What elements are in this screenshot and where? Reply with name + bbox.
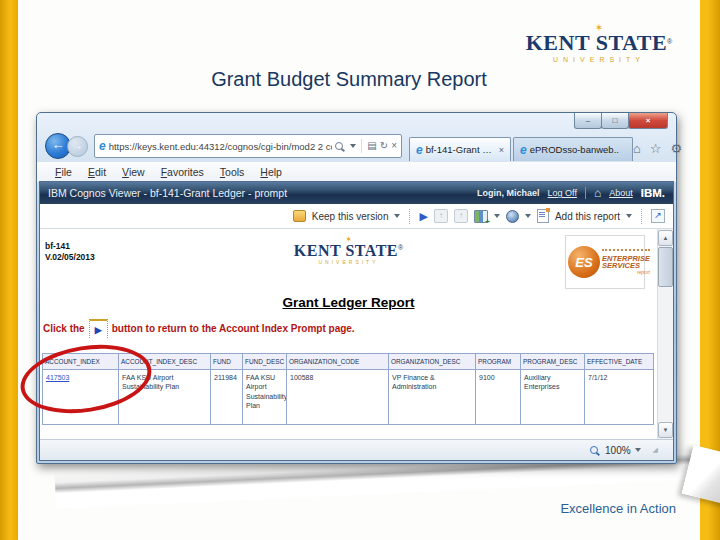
compatibility-view-icon[interactable]: ▤ [367, 141, 376, 151]
instruction-line: Click the ▶ button to return to the Acco… [43, 319, 355, 338]
search-dropdown-icon[interactable] [350, 144, 356, 148]
slide: Grant Budget Summary Report ✶ KENT STATE… [0, 0, 720, 540]
zoom-dropdown-icon[interactable] [635, 448, 641, 452]
report-code: bf-141 [45, 241, 95, 252]
cell-effective-date: 7/1/12 [585, 370, 654, 425]
log-off-link[interactable]: Log Off [548, 188, 577, 198]
report-content: bf-141 V.02/05/2013 ✶ KENT STATE® UNIVER… [40, 229, 657, 439]
window-titlebar[interactable]: – □ × [37, 113, 676, 131]
add-report-dropdown-icon[interactable] [626, 214, 632, 218]
cell-organization-code: 100588 [287, 370, 389, 425]
col-organization-code: ORGANIZATION_CODE [287, 354, 389, 370]
tab-grant-ledger[interactable]: e bf-141-Grant Le... × [409, 137, 511, 161]
about-link[interactable]: About [609, 188, 633, 198]
cell-fund-desc: FAA KSU Airport Sustainability Plan [243, 370, 287, 425]
minimize-button[interactable]: – [574, 113, 602, 129]
menu-favorites[interactable]: Favorites [153, 164, 212, 180]
es-ball-icon: ES [568, 246, 600, 278]
browser-window: – □ × ← → e https://keys.kent.edu:44312/… [36, 112, 677, 464]
divider [641, 209, 642, 224]
scroll-down-icon[interactable]: ▼ [658, 422, 673, 438]
return-button[interactable]: ▶ [89, 319, 108, 338]
es-dashes-decoration [602, 249, 650, 254]
grant-ledger-table: ACCOUNT_INDEX ACCOUNT_INDEX_DESC FUND FU… [42, 353, 654, 425]
vertical-scrollbar[interactable]: ▲ ▼ [657, 229, 673, 439]
col-fund-desc: FUND_DESC [243, 354, 287, 370]
resize-grip-icon[interactable]: ◢ [653, 446, 659, 454]
col-program-desc: PROGRAM_DESC [521, 354, 585, 370]
cognos-home-icon[interactable]: ⌂ [594, 186, 601, 200]
tab-eprod-banweb[interactable]: e ePRODsso-banweb.. [513, 137, 633, 161]
report-title: Grant Ledger Report [40, 295, 657, 310]
add-report-icon [537, 209, 549, 223]
divider [409, 209, 410, 224]
menu-tools[interactable]: Tools [212, 164, 253, 180]
cell-account-index-desc: FAA KSU Airport Sustainability Plan [119, 370, 211, 425]
keep-version-dropdown-icon[interactable] [394, 214, 400, 218]
page-up-icon[interactable]: ↑ [434, 209, 448, 223]
zoom-icon[interactable] [590, 446, 598, 454]
col-account-index: ACCOUNT_INDEX [43, 354, 119, 370]
login-label: Login, Michael [477, 188, 540, 198]
status-bar: 100% ◢ [40, 439, 673, 460]
cell-fund: 211984 [211, 370, 243, 425]
go-to-icon[interactable]: ↗ [651, 209, 665, 223]
tab-label[interactable]: ePRODsso-banweb.. [530, 144, 626, 155]
view-format-dropdown-icon[interactable] [494, 214, 500, 218]
tab-favicon: e [416, 143, 423, 157]
home-icon[interactable]: ⌂ [633, 141, 641, 156]
keep-version-icon [293, 210, 306, 222]
cell-organization-desc: VP Finance & Administration [389, 370, 476, 425]
kent-state-logo-sub: UNIVERSITY [518, 56, 680, 63]
favorites-star-icon[interactable]: ☆ [650, 141, 662, 156]
tab-label[interactable]: bf-141-Grant Le... [426, 144, 496, 155]
cell-program: 9100 [476, 370, 521, 425]
settings-gear-icon[interactable]: ⚙ [671, 141, 683, 156]
col-program: PROGRAM [476, 354, 521, 370]
enterprise-services-logo: ES ENTERPRISE SERVICES report [565, 235, 645, 289]
stop-icon[interactable]: × [391, 141, 397, 151]
output-format-dropdown-icon[interactable] [525, 214, 531, 218]
menu-file[interactable]: File [47, 164, 80, 180]
table-row: 417503 FAA KSU Airport Sustainability Pl… [43, 370, 654, 425]
tab-favicon: e [520, 143, 527, 157]
kent-state-logo-sub: UNIVERSITY [294, 260, 403, 265]
menu-edit[interactable]: Edit [80, 164, 114, 180]
url-text[interactable]: https://keys.kent.edu:44312/cognos/cgi-b… [109, 141, 333, 152]
output-format-icon[interactable] [506, 210, 519, 223]
registered-mark: ® [667, 38, 672, 45]
add-report-button[interactable]: Add this report [555, 211, 620, 222]
kent-state-logo-text: KENT STATE [294, 242, 398, 259]
search-icon[interactable] [335, 142, 343, 150]
menu-help[interactable]: Help [252, 164, 290, 180]
return-arrow-icon: ▶ [95, 325, 102, 335]
cognos-titlebar: IBM Cognos Viewer - bf-141-Grant Ledger … [40, 182, 673, 204]
ie-icon: e [99, 139, 106, 153]
col-organization-desc: ORGANIZATION_DESC [389, 354, 476, 370]
col-effective-date: EFFECTIVE_DATE [585, 354, 654, 370]
cell-program-desc: Auxiliary Enterprises [521, 370, 585, 425]
page-top-icon[interactable]: ↑ [454, 209, 468, 223]
maximize-button[interactable]: □ [601, 113, 629, 129]
zoom-level[interactable]: 100% [605, 445, 631, 456]
tab-close-icon[interactable]: × [499, 145, 504, 155]
refresh-icon[interactable]: ↻ [380, 141, 388, 151]
menu-view[interactable]: View [114, 164, 153, 180]
account-index-link[interactable]: 417503 [46, 374, 69, 381]
view-format-icon[interactable] [474, 210, 488, 223]
instruction-pre: Click the [43, 323, 85, 334]
report-version: V.02/05/2013 [45, 252, 95, 263]
run-report-button[interactable]: ▶ [419, 211, 427, 222]
es-tag: report [602, 270, 650, 275]
keep-version-button[interactable]: Keep this version [312, 211, 389, 222]
menu-bar: File Edit View Favorites Tools Help [37, 161, 676, 182]
page-title: Grant Budget Summary Report [163, 68, 535, 91]
close-button[interactable]: × [628, 113, 668, 129]
address-bar[interactable]: e https://keys.kent.edu:44312/cognos/cgi… [94, 134, 402, 158]
kent-state-logo: ✶ KENT STATE® UNIVERSITY [518, 24, 680, 63]
forward-button[interactable]: → [67, 136, 88, 157]
scroll-up-icon[interactable]: ▲ [658, 230, 673, 246]
instruction-post: button to return to the Account Index Pr… [112, 323, 355, 334]
navigation-bar: ← → e https://keys.kent.edu:44312/cognos… [37, 131, 676, 161]
scrollbar-thumb[interactable] [658, 247, 673, 287]
